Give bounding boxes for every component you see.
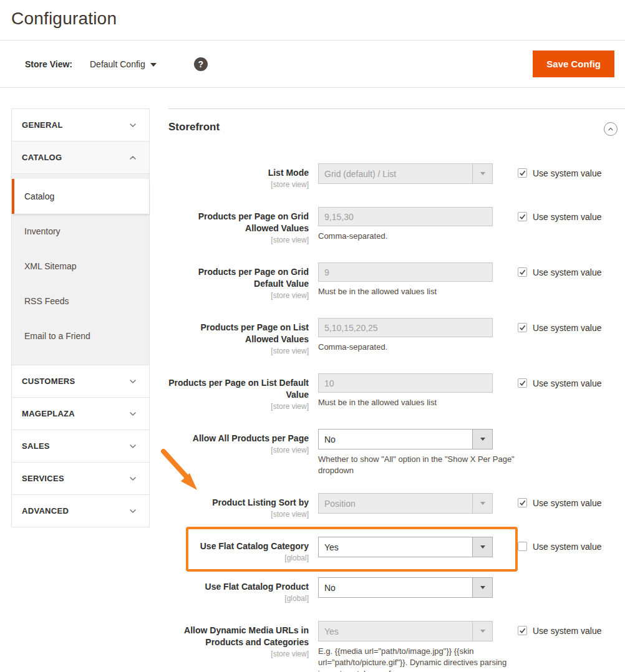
field-scope: [global] (168, 593, 309, 604)
chevron-down-icon (128, 377, 138, 386)
dropdown-arrow-icon[interactable] (472, 537, 492, 557)
sidebar-item-inventory[interactable]: Inventory (12, 214, 149, 249)
select-value: Yes (319, 626, 472, 636)
sidebar-section-sales[interactable]: SALES (12, 430, 149, 463)
list-mode-use-system-value-checkbox[interactable] (518, 168, 527, 178)
use-system-value-col: Use system value (518, 318, 601, 357)
use-system-value-col: Use system value (518, 262, 601, 301)
field-note: Must be in the allowed values list (318, 397, 530, 408)
products-per-page-on-grid-default-value-use-system-value-checkbox[interactable] (518, 267, 527, 277)
sidebar-section-label: MAGEPLAZA (22, 409, 75, 418)
field-label-col: Products per Page on List Allowed Values… (168, 318, 309, 357)
help-icon[interactable]: ? (194, 57, 208, 71)
checkmark-icon (519, 170, 526, 176)
checkmark-icon (519, 380, 526, 386)
sidebar-section-label: CUSTOMERS (22, 377, 75, 386)
sidebar-item-xml-sitemap[interactable]: XML Sitemap (12, 249, 149, 284)
field-note: Comma-separated. (318, 231, 530, 242)
use-system-value-col: Use system value (518, 493, 601, 520)
allow-dynamic-media-urls-in-products-and-categories-select: Yes (318, 621, 493, 641)
section-header: Storefront (168, 121, 625, 136)
sidebar-section-label: GENERAL (22, 120, 63, 130)
use-flat-catalog-product-select[interactable]: No (318, 577, 493, 598)
allow-dynamic-media-urls-in-products-and-categories-use-system-value-checkbox[interactable] (518, 626, 527, 635)
form-row-products-per-page-on-grid-default-value: Products per Page on Grid Default Value[… (168, 262, 625, 301)
field-value-col: NoWhether to show "All" option in the "S… (318, 429, 493, 476)
dropdown-arrow-icon[interactable] (472, 430, 492, 449)
use-system-value-label: Use system value (533, 542, 601, 552)
form-row-use-flat-catalog-product: Use Flat Catalog Product[global]No (168, 577, 625, 604)
field-scope: [store view] (168, 649, 309, 660)
field-note: Whether to show "All" option in the "Sho… (318, 454, 530, 476)
use-flat-catalog-category-select[interactable]: Yes (318, 537, 493, 557)
field-note: Must be in the allowed values list (318, 286, 530, 297)
field-scope: [store view] (168, 235, 309, 246)
field-scope: [store view] (168, 509, 309, 520)
form-row-allow-dynamic-media-urls-in-products-and-categories: Allow Dynamic Media URLs in Products and… (168, 621, 625, 672)
dropdown-arrow-icon (472, 164, 492, 183)
save-config-button[interactable]: Save Config (533, 50, 614, 77)
field-label-col: Use Flat Catalog Category[global] (168, 537, 309, 564)
field-label-col: Allow Dynamic Media URLs in Products and… (168, 621, 309, 672)
products-per-page-on-list-allowed-values-use-system-value-checkbox[interactable] (518, 323, 527, 332)
checkmark-icon (519, 324, 526, 331)
chevron-down-icon (128, 120, 138, 130)
product-listing-sort-by-use-system-value-checkbox[interactable] (518, 498, 527, 507)
sidebar-item-catalog[interactable]: Catalog (12, 179, 149, 214)
main-panel: Storefront List Mode[store view]Grid (de… (168, 108, 625, 672)
field-label-col: Products per Page on Grid Allowed Values… (168, 207, 309, 246)
page-title: Configuration (0, 0, 625, 29)
select-value: Grid (default) / List (319, 169, 472, 179)
sidebar-item-label: Catalog (24, 191, 54, 201)
products-per-page-on-grid-default-value-input (318, 262, 493, 282)
field-label-col: Use Flat Catalog Product[global] (168, 577, 309, 604)
sidebar-item-label: RSS Feeds (24, 296, 69, 306)
sidebar-section-customers[interactable]: CUSTOMERS (12, 365, 149, 398)
checkmark-icon (519, 269, 526, 276)
use-system-value-label: Use system value (533, 498, 601, 508)
form-row-list-mode: List Mode[store view]Grid (default) / Li… (168, 163, 625, 190)
use-system-value-col: Use system value (518, 163, 601, 190)
select-value: No (319, 434, 472, 444)
sidebar-section-catalog[interactable]: CATALOG (12, 142, 149, 174)
products-per-page-on-grid-allowed-values-use-system-value-checkbox[interactable] (518, 212, 527, 221)
use-system-value-label: Use system value (533, 378, 601, 388)
collapse-section-button[interactable] (604, 122, 618, 136)
use-system-value-label: Use system value (533, 267, 601, 277)
product-listing-sort-by-select: Position (318, 493, 493, 514)
use-system-value-label: Use system value (533, 323, 601, 333)
sidebar-item-email-to-a-friend[interactable]: Email to a Friend (12, 319, 149, 353)
sidebar-section-label: SALES (22, 441, 50, 451)
field-value-col: Comma-separated. (318, 207, 493, 246)
allow-all-products-per-page-select[interactable]: No (318, 429, 493, 449)
field-label: Products per Page on List Allowed Values (168, 322, 309, 345)
store-view-switcher[interactable]: Default Config (90, 59, 157, 69)
use-system-value-label: Use system value (533, 212, 601, 222)
field-label-col: Allow All Products per Page[store view] (168, 429, 309, 476)
field-note: Comma-separated. (318, 342, 530, 353)
field-label: Use Flat Catalog Product (168, 581, 309, 593)
use-system-value-col: Use system value (518, 537, 601, 564)
sidebar-section-services[interactable]: SERVICES (12, 463, 149, 495)
use-system-value-col: Use system value (518, 621, 601, 672)
products-per-page-on-list-allowed-values-input (318, 318, 493, 337)
chevron-up-icon (607, 125, 614, 133)
checkmark-icon (519, 627, 526, 634)
use-flat-catalog-category-use-system-value-checkbox[interactable] (518, 542, 527, 551)
field-label: Product Listing Sort by (168, 497, 309, 509)
form-row-products-per-page-on-list-allowed-values: Products per Page on List Allowed Values… (168, 318, 625, 357)
dropdown-arrow-icon[interactable] (472, 578, 492, 597)
sidebar-section-advanced[interactable]: ADVANCED (12, 495, 149, 527)
sidebar-section-mageplaza[interactable]: MAGEPLAZA (12, 398, 149, 430)
products-per-page-on-list-default-value-use-system-value-checkbox[interactable] (518, 378, 527, 388)
section-title: Storefront (168, 121, 220, 133)
use-system-value-col: Use system value (518, 207, 601, 246)
form-row-products-per-page-on-list-default-value: Products per Page on List Default Value[… (168, 373, 625, 412)
use-system-value-label: Use system value (533, 626, 601, 636)
configuration-page: Configuration Store View: Default Config… (0, 0, 625, 672)
checkmark-icon (519, 499, 526, 506)
sidebar-section-general[interactable]: GENERAL (12, 109, 149, 142)
sidebar-item-rss-feeds[interactable]: RSS Feeds (12, 284, 149, 319)
content: GENERALCATALOGCatalogInventoryXML Sitema… (0, 88, 625, 672)
select-value: Position (319, 499, 472, 509)
